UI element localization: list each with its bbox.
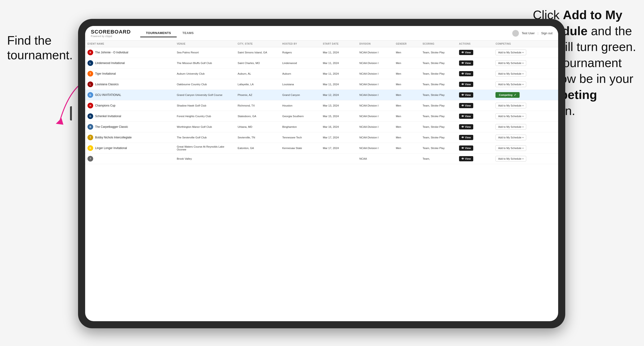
view-button[interactable]: 👁 View <box>459 71 473 76</box>
event-name: The Johnnie - O Individual <box>95 51 128 54</box>
nav-tab-tournaments[interactable]: TOURNAMENTS <box>140 29 177 37</box>
view-button[interactable]: 👁 View <box>459 135 473 140</box>
view-button[interactable]: 👁 View <box>459 146 473 151</box>
add-to-schedule-button[interactable]: Add to My Schedule + <box>496 124 526 130</box>
division-cell: NCAA Division I <box>357 58 393 68</box>
view-button[interactable]: 👁 View <box>459 82 473 87</box>
date-cell: Mar 11, 2024 <box>320 58 357 68</box>
scoring-cell: Team, Stroke Play <box>420 79 457 90</box>
division-cell: NCAA Division I <box>357 90 393 100</box>
division-cell: NCAA Division I <box>357 68 393 79</box>
view-button[interactable]: 👁 View <box>459 156 473 161</box>
date-cell <box>320 154 357 164</box>
gender-cell <box>394 154 420 164</box>
add-to-schedule-button[interactable]: Add to My Schedule + <box>496 50 526 55</box>
date-cell: Mar 15, 2024 <box>320 111 357 122</box>
view-button[interactable]: 👁 View <box>459 114 473 119</box>
add-to-schedule-button[interactable]: Add to My Schedule + <box>496 145 526 151</box>
city-cell: Saint Simons Island, GA <box>235 47 280 58</box>
event-name: Bobby Nichols Intercollegiate <box>95 136 132 139</box>
eye-icon: 👁 <box>462 62 464 64</box>
date-cell: Mar 13, 2024 <box>320 100 357 111</box>
date-cell: Mar 12, 2024 <box>320 90 357 100</box>
app-logo-sub: Powered by clippd <box>91 35 131 37</box>
view-button[interactable]: 👁 View <box>459 103 473 108</box>
competing-button[interactable]: Competing ✓ <box>496 92 519 98</box>
col-header-gender: GENDER <box>394 41 420 47</box>
scoring-cell: Team, Stroke Play <box>420 58 457 68</box>
view-button[interactable]: 👁 View <box>459 124 473 129</box>
hosted-cell <box>280 154 320 164</box>
city-cell: Statesboro, GA <box>235 111 280 122</box>
table-row: LLouisiana ClassicsOakbourne Country Clu… <box>85 79 558 90</box>
hosted-cell: Georgia Southern <box>280 111 320 122</box>
division-cell: NCAA Division I <box>357 143 393 154</box>
venue-cell: Shadow Hawk Golf Club <box>174 100 235 111</box>
add-to-schedule-button[interactable]: Add to My Schedule + <box>496 81 526 87</box>
eye-icon: 👁 <box>462 125 464 128</box>
hosted-cell: Rutgers <box>280 47 320 58</box>
col-header-event: EVENT NAME <box>85 41 174 47</box>
nav-tab-teams[interactable]: TEAMS <box>177 29 199 37</box>
city-cell <box>235 154 280 164</box>
team-logo: L <box>88 60 93 66</box>
event-name: Schenkel Invitational <box>95 115 121 118</box>
gender-cell: Men <box>394 58 420 68</box>
city-cell: Richmond, TX <box>235 100 280 111</box>
tablet-screen: SCOREBOARD Powered by clippd TOURNAMENTS… <box>85 26 558 321</box>
eye-icon: 👁 <box>462 157 464 160</box>
gender-cell: Men <box>394 47 420 58</box>
view-button[interactable]: 👁 View <box>459 50 473 55</box>
add-to-schedule-button[interactable]: Add to My Schedule + <box>496 71 526 77</box>
team-logo: L <box>88 81 93 87</box>
hosted-cell: Louisiana <box>280 79 320 90</box>
date-cell: Mar 16, 2024 <box>320 122 357 132</box>
gender-cell: Men <box>394 90 420 100</box>
col-header-scoring: SCORING <box>420 41 457 47</box>
table-row: RThe Johnnie - O IndividualSea Palms Res… <box>85 47 558 58</box>
table-row: GSchenkel InvitationalForest Heights Cou… <box>85 111 558 122</box>
team-logo: G <box>88 92 93 98</box>
table-row: ?Brook ValleyNCAATeam,👁 ViewAdd to My Sc… <box>85 154 558 164</box>
add-to-schedule-button[interactable]: Add to My Schedule + <box>496 60 526 66</box>
city-cell: Sevierville, TN <box>235 132 280 143</box>
date-cell: Mar 11, 2024 <box>320 47 357 58</box>
eye-icon: 👁 <box>462 136 464 139</box>
table-header-row: EVENT NAME VENUE CITY, STATE HOSTED BY S… <box>85 41 558 47</box>
venue-cell: The Missouri Bluffs Golf Club <box>174 58 235 68</box>
col-header-date: START DATE <box>320 41 357 47</box>
tablet-frame: SCOREBOARD Powered by clippd TOURNAMENTS… <box>78 19 565 328</box>
event-name: Tiger Invitational <box>95 72 116 75</box>
col-header-city: CITY, STATE <box>235 41 280 47</box>
table-row: LLindenwood InvitationalThe Missouri Blu… <box>85 58 558 68</box>
gender-cell: Men <box>394 143 420 154</box>
hosted-cell: Binghamton <box>280 122 320 132</box>
view-button[interactable]: 👁 View <box>459 60 473 66</box>
venue-cell: Great Waters Course At Reynolds Lake Oco… <box>174 143 235 154</box>
division-cell: NCAA Division I <box>357 47 393 58</box>
table-row: BThe Carpetbagger ClassicWorthington Man… <box>85 122 558 132</box>
main-nav: TOURNAMENTS TEAMS <box>140 29 199 37</box>
sign-out-link[interactable]: Sign out <box>541 31 552 35</box>
scoring-cell: Team, Stroke Play <box>420 122 457 132</box>
scoring-cell: Team, Stroke Play <box>420 90 457 100</box>
gender-cell: Men <box>394 79 420 90</box>
gender-cell: Men <box>394 100 420 111</box>
eye-icon: 👁 <box>462 83 464 86</box>
add-to-schedule-button[interactable]: Add to My Schedule + <box>496 103 526 108</box>
add-to-schedule-button[interactable]: Add to My Schedule + <box>496 156 526 162</box>
col-header-division: DIVISION <box>357 41 393 47</box>
add-to-schedule-button[interactable]: Add to My Schedule + <box>496 113 526 119</box>
hosted-cell: Houston <box>280 100 320 111</box>
venue-cell: Worthington Manor Golf Club <box>174 122 235 132</box>
scoring-cell: Team, Stroke Play <box>420 47 457 58</box>
hosted-cell: Auburn <box>280 68 320 79</box>
view-button[interactable]: 👁 View <box>459 92 473 98</box>
tablet-side-button <box>70 106 72 120</box>
col-header-competing: COMPETING <box>493 41 558 47</box>
tournaments-table-container: EVENT NAME VENUE CITY, STATE HOSTED BY S… <box>85 41 558 321</box>
city-cell: Saint Charles, MO <box>235 58 280 68</box>
add-to-schedule-button[interactable]: Add to My Schedule + <box>496 135 526 140</box>
app-header: SCOREBOARD Powered by clippd TOURNAMENTS… <box>85 26 558 41</box>
date-cell: Mar 17, 2024 <box>320 143 357 154</box>
